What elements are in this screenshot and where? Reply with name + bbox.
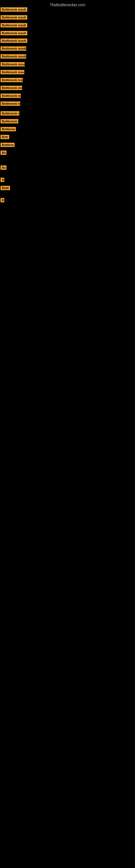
bottleneck-badge-container: Bo: [1, 165, 6, 171]
bottleneck-badge-container: Bottleneck res: [1, 94, 21, 99]
bottleneck-badge: Bottleneck result: [1, 54, 26, 59]
bottleneck-badge-container: Bo: [1, 151, 6, 156]
bottleneck-badge-container: Bottleneck result: [1, 70, 24, 75]
bottleneck-badge-container: Bottlene: [1, 143, 14, 148]
bottleneck-badge: Bottleneck result: [1, 111, 19, 116]
bottleneck-badge: Bottleneck resul: [1, 78, 23, 82]
bottleneck-badge-container: Bottleneck resul: [1, 86, 22, 91]
bottleneck-badge-container: Bottl: [1, 186, 10, 191]
bottleneck-badge-container: Bottleneck result: [1, 15, 27, 21]
bottleneck-badge-container: B: [1, 198, 4, 204]
bottleneck-badge: Bo: [1, 165, 6, 170]
bottleneck-badge: Bottleneck result: [1, 31, 27, 35]
bottleneck-badge: B: [1, 198, 4, 203]
bottleneck-badge-container: Bottleneck resul: [1, 78, 23, 83]
bottleneck-badge: Bottleneck result: [1, 62, 25, 66]
bottleneck-badge: Bottleneck result: [1, 38, 27, 43]
bottleneck-badge: Bo: [1, 151, 6, 155]
bottleneck-badge-container: Bott: [1, 135, 9, 140]
bottleneck-badge: Bottleneck re: [1, 119, 18, 123]
bottleneck-badge-container: Bottleneck result: [1, 23, 27, 29]
bottleneck-badge: Bottleneck res: [1, 101, 20, 106]
bottleneck-badge: Bottleneck result: [1, 70, 24, 74]
bottleneck-badge: Bottleneck resul: [1, 86, 22, 90]
bottleneck-badge-container: Bottlenec: [1, 127, 16, 132]
bottleneck-badge: Bottleneck result: [1, 7, 27, 12]
bottleneck-badge: Bottleneck res: [1, 94, 21, 98]
bottleneck-badge-container: Bottleneck result: [1, 62, 25, 67]
bottleneck-badge-container: Bottleneck re: [1, 119, 18, 124]
bottleneck-badge-container: Bottleneck result: [1, 111, 19, 117]
bottleneck-badge-container: Bottleneck result: [1, 31, 27, 36]
bottleneck-badge: Bottlene: [1, 143, 14, 147]
bottleneck-badge: Bott: [1, 135, 9, 139]
bottleneck-badge-container: Bottleneck result: [1, 7, 27, 13]
bottleneck-badge-container: B: [1, 178, 4, 183]
bottleneck-badge: Bottleneck result: [1, 46, 26, 51]
bottleneck-badge: Bottleneck result: [1, 15, 27, 20]
bottleneck-badge-container: Bottleneck result: [1, 46, 26, 52]
bottleneck-badge-container: Bottleneck result: [1, 54, 26, 60]
bottleneck-badge: Bottl: [1, 186, 10, 190]
bottleneck-badge-container: Bottleneck result: [1, 38, 27, 44]
bottleneck-badge: Bottleneck result: [1, 23, 27, 27]
bottleneck-badge: B: [1, 178, 4, 182]
bottleneck-badge: Bottlenec: [1, 127, 16, 131]
bottleneck-badge-container: Bottleneck res: [1, 101, 20, 107]
